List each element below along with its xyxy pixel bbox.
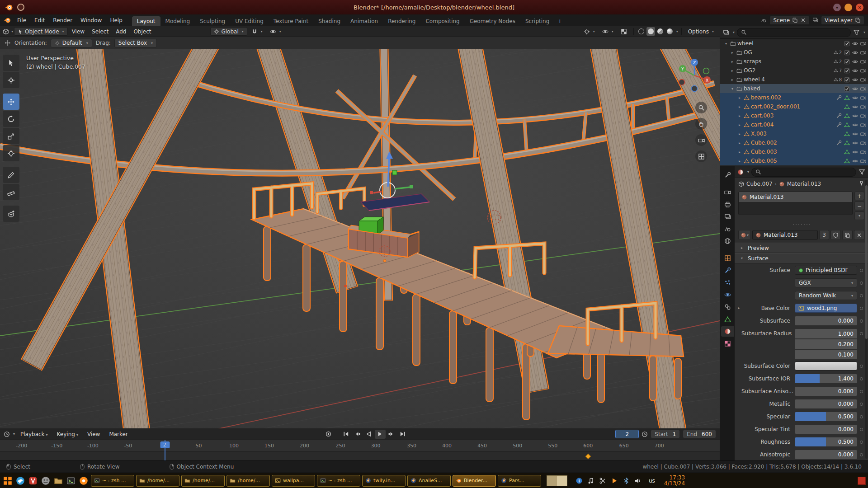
render-visibility-icon[interactable]	[860, 104, 866, 110]
checkbox-icon[interactable]	[844, 86, 850, 92]
preview-range-icon[interactable]	[642, 431, 648, 437]
unlink-material-button[interactable]	[854, 230, 864, 240]
roughness-slider[interactable]: 0.500	[795, 437, 857, 446]
camera-view-icon[interactable]	[695, 134, 707, 146]
show-overlays-toggle[interactable]: ▾	[599, 28, 617, 36]
properties-tab-viewlayer[interactable]	[721, 211, 734, 222]
viewlayer-selector[interactable]: ViewLayer	[821, 16, 864, 25]
scene-selector[interactable]: Scene	[769, 16, 810, 25]
remove-slot-button[interactable]: −	[854, 202, 864, 210]
frame-start-field[interactable]: Start 1	[651, 430, 680, 438]
menu-view[interactable]: View	[69, 28, 88, 36]
menu-render[interactable]: Render	[49, 16, 76, 25]
play-reverse-button[interactable]	[363, 430, 374, 439]
xray-toggle[interactable]	[618, 28, 630, 36]
subsurface-anisotropy-field[interactable]: 0.000	[795, 387, 857, 396]
hide-icon[interactable]	[852, 86, 858, 92]
editor-type-caret-icon[interactable]: ▾	[11, 29, 13, 33]
menu-help[interactable]: Help	[106, 16, 126, 25]
workspace-pager[interactable]	[547, 475, 567, 486]
tool-measure-button[interactable]	[3, 184, 19, 200]
keyboard-layout-indicator[interactable]: us	[649, 478, 655, 484]
browse-material-button[interactable]: ▾	[738, 230, 751, 240]
hide-icon[interactable]	[852, 131, 858, 137]
outliner-row-cube005[interactable]: ▸ Cube.005	[720, 156, 868, 165]
render-visibility-icon[interactable]	[860, 77, 866, 83]
auto-keying-button[interactable]	[323, 430, 334, 439]
render-visibility-icon[interactable]	[860, 50, 866, 56]
pan-hand-icon[interactable]	[695, 118, 707, 130]
specular-slider[interactable]: 0.500	[795, 412, 857, 421]
tool-scale-button[interactable]	[3, 128, 19, 144]
subsurface-radius-y-field[interactable]: 0.200	[795, 339, 857, 349]
prev-keyframe-button[interactable]	[352, 430, 363, 439]
next-keyframe-button[interactable]	[386, 430, 397, 439]
checkbox-icon[interactable]	[844, 50, 850, 56]
subsurface-method-dropdown[interactable]: Random Walk▾	[795, 291, 857, 300]
outliner-row-wheel[interactable]: ▾ wheel	[720, 39, 868, 48]
music-tray-icon[interactable]	[587, 477, 594, 484]
properties-tab-physics[interactable]	[721, 290, 734, 300]
expand-icon[interactable]: ▸	[736, 304, 741, 310]
tool-transform-button[interactable]	[3, 145, 19, 161]
specular-tint-slider[interactable]: 0.000	[795, 425, 857, 434]
snapping-toggle[interactable]: ▾	[248, 28, 266, 36]
menu-object[interactable]: Object	[130, 28, 154, 36]
properties-editor-caret-icon[interactable]: ▾	[747, 170, 749, 174]
menu-keying[interactable]: Keying▾	[53, 430, 82, 438]
menu-file[interactable]: File	[13, 16, 30, 25]
filter-icon[interactable]	[859, 169, 865, 175]
checkbox-icon[interactable]	[844, 77, 850, 83]
hide-icon[interactable]	[852, 68, 858, 74]
hide-icon[interactable]	[852, 50, 858, 56]
timeline-editor-caret-icon[interactable]: ▾	[13, 432, 15, 436]
taskbar-window-3[interactable]: /home/...	[181, 475, 225, 487]
taskbar-window-1[interactable]: ~ : zsh ...	[91, 475, 134, 487]
taskbar-window-7[interactable]: twily.in...	[362, 475, 406, 487]
zoom-icon[interactable]	[695, 102, 707, 113]
menu-timeline-view[interactable]: View	[84, 430, 104, 438]
metallic-slider[interactable]: 0.000	[795, 399, 857, 408]
render-visibility-icon[interactable]	[860, 149, 866, 155]
render-visibility-icon[interactable]	[860, 113, 866, 119]
timeline-editor-icon[interactable]	[4, 431, 10, 437]
properties-tab-render[interactable]	[721, 187, 734, 197]
outliner-row-cart003[interactable]: ▸ cart.003	[720, 111, 868, 120]
properties-search[interactable]	[751, 168, 856, 177]
new-material-button[interactable]	[842, 230, 853, 240]
viewlayer-copy-icon[interactable]	[855, 17, 861, 23]
fake-user-button[interactable]	[830, 230, 841, 240]
properties-editor-icon[interactable]	[737, 169, 744, 175]
material-users-button[interactable]: 3	[819, 230, 829, 240]
taskbar-window-10[interactable]: Pars...	[498, 475, 541, 487]
taskbar-window-6[interactable]: ~ : zsh ...	[317, 475, 360, 487]
tool-cursor-button[interactable]	[3, 72, 19, 88]
timeline-track[interactable]	[0, 452, 720, 460]
material-slot-row[interactable]: Material.013	[739, 192, 852, 202]
outliner-search[interactable]	[737, 28, 851, 37]
taskbar-window-2[interactable]: /home/...	[136, 475, 179, 487]
outliner-row-beams002[interactable]: ▸ beams.002	[720, 93, 868, 102]
shading-material-button[interactable]	[656, 27, 665, 36]
launcher-icon-4[interactable]	[40, 475, 51, 486]
tab-geometry-nodes[interactable]: Geometry Nodes	[465, 16, 520, 26]
shading-wireframe-button[interactable]	[637, 27, 646, 36]
subsurface-radius-x-field[interactable]: 1.000	[795, 329, 857, 338]
outliner-search-input[interactable]	[749, 29, 847, 36]
tool-move-button[interactable]	[3, 94, 19, 110]
material-name-field[interactable]: Material.013	[752, 230, 818, 240]
tab-shading[interactable]: Shading	[313, 16, 345, 26]
breadcrumb-material[interactable]: Material.013	[787, 181, 821, 187]
launcher-icon-2[interactable]	[15, 475, 26, 486]
launcher-icon-3[interactable]	[28, 475, 38, 486]
orientation-dropdown[interactable]: Default ▾	[51, 39, 92, 47]
hide-icon[interactable]	[852, 59, 858, 65]
overlays-caret-icon[interactable]: ▾	[612, 29, 613, 33]
subsurface-ior-slider[interactable]: 1.400	[795, 374, 857, 383]
render-visibility-icon[interactable]	[860, 140, 866, 146]
hide-icon[interactable]	[852, 113, 858, 119]
properties-tab-tool[interactable]	[721, 170, 734, 180]
hide-icon[interactable]	[852, 77, 858, 83]
hide-icon[interactable]	[852, 149, 858, 155]
shading-rendered-button[interactable]	[665, 27, 674, 36]
